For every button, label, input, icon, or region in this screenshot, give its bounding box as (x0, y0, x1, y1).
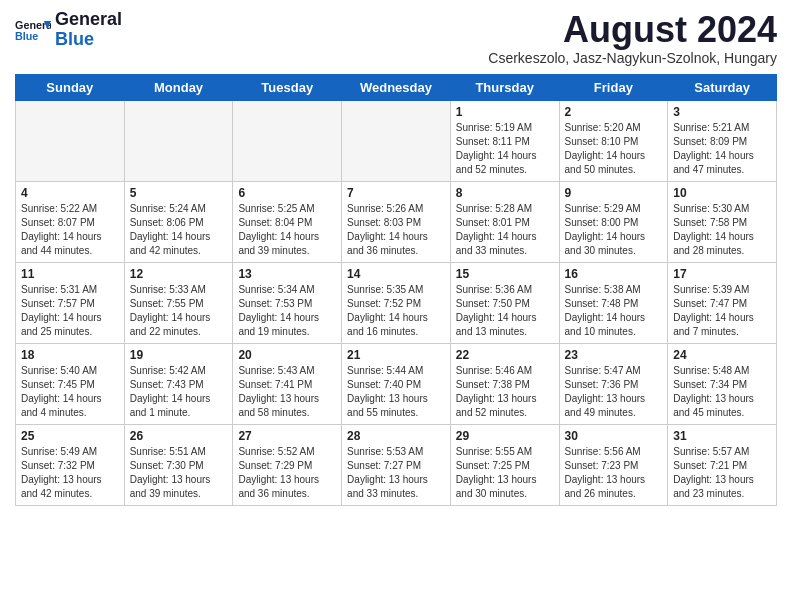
calendar-day: 26Sunrise: 5:51 AM Sunset: 7:30 PM Dayli… (124, 424, 233, 505)
calendar-day: 6Sunrise: 5:25 AM Sunset: 8:04 PM Daylig… (233, 181, 342, 262)
day-info: Sunrise: 5:55 AM Sunset: 7:25 PM Dayligh… (456, 445, 554, 501)
day-number: 31 (673, 429, 771, 443)
calendar-week-5: 25Sunrise: 5:49 AM Sunset: 7:32 PM Dayli… (16, 424, 777, 505)
calendar-day: 1Sunrise: 5:19 AM Sunset: 8:11 PM Daylig… (450, 100, 559, 181)
weekday-header-friday: Friday (559, 74, 668, 100)
day-number: 20 (238, 348, 336, 362)
weekday-header-sunday: Sunday (16, 74, 125, 100)
day-info: Sunrise: 5:52 AM Sunset: 7:29 PM Dayligh… (238, 445, 336, 501)
calendar-day: 27Sunrise: 5:52 AM Sunset: 7:29 PM Dayli… (233, 424, 342, 505)
calendar-day: 24Sunrise: 5:48 AM Sunset: 7:34 PM Dayli… (668, 343, 777, 424)
day-number: 28 (347, 429, 445, 443)
calendar-day (233, 100, 342, 181)
calendar-day: 29Sunrise: 5:55 AM Sunset: 7:25 PM Dayli… (450, 424, 559, 505)
day-number: 21 (347, 348, 445, 362)
day-info: Sunrise: 5:48 AM Sunset: 7:34 PM Dayligh… (673, 364, 771, 420)
svg-text:Blue: Blue (15, 30, 38, 42)
weekday-header-wednesday: Wednesday (342, 74, 451, 100)
weekday-header-tuesday: Tuesday (233, 74, 342, 100)
calendar-day: 4Sunrise: 5:22 AM Sunset: 8:07 PM Daylig… (16, 181, 125, 262)
calendar-week-2: 4Sunrise: 5:22 AM Sunset: 8:07 PM Daylig… (16, 181, 777, 262)
day-info: Sunrise: 5:40 AM Sunset: 7:45 PM Dayligh… (21, 364, 119, 420)
day-number: 10 (673, 186, 771, 200)
day-info: Sunrise: 5:33 AM Sunset: 7:55 PM Dayligh… (130, 283, 228, 339)
day-info: Sunrise: 5:22 AM Sunset: 8:07 PM Dayligh… (21, 202, 119, 258)
day-info: Sunrise: 5:53 AM Sunset: 7:27 PM Dayligh… (347, 445, 445, 501)
calendar-day (124, 100, 233, 181)
day-number: 25 (21, 429, 119, 443)
month-year-title: August 2024 (488, 10, 777, 50)
weekday-header-thursday: Thursday (450, 74, 559, 100)
page-header: General Blue General Blue August 2024 Cs… (15, 10, 777, 66)
day-info: Sunrise: 5:20 AM Sunset: 8:10 PM Dayligh… (565, 121, 663, 177)
day-number: 5 (130, 186, 228, 200)
day-info: Sunrise: 5:24 AM Sunset: 8:06 PM Dayligh… (130, 202, 228, 258)
calendar-week-3: 11Sunrise: 5:31 AM Sunset: 7:57 PM Dayli… (16, 262, 777, 343)
calendar-day: 5Sunrise: 5:24 AM Sunset: 8:06 PM Daylig… (124, 181, 233, 262)
day-number: 22 (456, 348, 554, 362)
day-info: Sunrise: 5:34 AM Sunset: 7:53 PM Dayligh… (238, 283, 336, 339)
day-number: 9 (565, 186, 663, 200)
logo-general-text: General (55, 10, 122, 30)
day-info: Sunrise: 5:38 AM Sunset: 7:48 PM Dayligh… (565, 283, 663, 339)
calendar-day: 20Sunrise: 5:43 AM Sunset: 7:41 PM Dayli… (233, 343, 342, 424)
calendar-day: 28Sunrise: 5:53 AM Sunset: 7:27 PM Dayli… (342, 424, 451, 505)
day-info: Sunrise: 5:21 AM Sunset: 8:09 PM Dayligh… (673, 121, 771, 177)
calendar-day: 23Sunrise: 5:47 AM Sunset: 7:36 PM Dayli… (559, 343, 668, 424)
day-info: Sunrise: 5:36 AM Sunset: 7:50 PM Dayligh… (456, 283, 554, 339)
day-info: Sunrise: 5:28 AM Sunset: 8:01 PM Dayligh… (456, 202, 554, 258)
calendar-day: 9Sunrise: 5:29 AM Sunset: 8:00 PM Daylig… (559, 181, 668, 262)
day-info: Sunrise: 5:44 AM Sunset: 7:40 PM Dayligh… (347, 364, 445, 420)
calendar-day: 15Sunrise: 5:36 AM Sunset: 7:50 PM Dayli… (450, 262, 559, 343)
day-info: Sunrise: 5:43 AM Sunset: 7:41 PM Dayligh… (238, 364, 336, 420)
calendar-day: 11Sunrise: 5:31 AM Sunset: 7:57 PM Dayli… (16, 262, 125, 343)
calendar-day: 18Sunrise: 5:40 AM Sunset: 7:45 PM Dayli… (16, 343, 125, 424)
title-area: August 2024 Cserkeszolo, Jasz-Nagykun-Sz… (488, 10, 777, 66)
calendar-day: 21Sunrise: 5:44 AM Sunset: 7:40 PM Dayli… (342, 343, 451, 424)
day-number: 15 (456, 267, 554, 281)
day-info: Sunrise: 5:57 AM Sunset: 7:21 PM Dayligh… (673, 445, 771, 501)
day-info: Sunrise: 5:25 AM Sunset: 8:04 PM Dayligh… (238, 202, 336, 258)
calendar-day: 25Sunrise: 5:49 AM Sunset: 7:32 PM Dayli… (16, 424, 125, 505)
day-info: Sunrise: 5:35 AM Sunset: 7:52 PM Dayligh… (347, 283, 445, 339)
day-number: 27 (238, 429, 336, 443)
calendar-day: 3Sunrise: 5:21 AM Sunset: 8:09 PM Daylig… (668, 100, 777, 181)
day-number: 23 (565, 348, 663, 362)
logo: General Blue General Blue (15, 10, 122, 50)
day-number: 2 (565, 105, 663, 119)
calendar-day: 30Sunrise: 5:56 AM Sunset: 7:23 PM Dayli… (559, 424, 668, 505)
weekday-header-monday: Monday (124, 74, 233, 100)
day-number: 8 (456, 186, 554, 200)
calendar-day: 19Sunrise: 5:42 AM Sunset: 7:43 PM Dayli… (124, 343, 233, 424)
logo-blue-text: Blue (55, 30, 122, 50)
day-info: Sunrise: 5:46 AM Sunset: 7:38 PM Dayligh… (456, 364, 554, 420)
location-subtitle: Cserkeszolo, Jasz-Nagykun-Szolnok, Hunga… (488, 50, 777, 66)
day-number: 29 (456, 429, 554, 443)
calendar-day (16, 100, 125, 181)
day-number: 1 (456, 105, 554, 119)
calendar-day: 8Sunrise: 5:28 AM Sunset: 8:01 PM Daylig… (450, 181, 559, 262)
day-number: 19 (130, 348, 228, 362)
day-info: Sunrise: 5:42 AM Sunset: 7:43 PM Dayligh… (130, 364, 228, 420)
calendar-day: 17Sunrise: 5:39 AM Sunset: 7:47 PM Dayli… (668, 262, 777, 343)
day-number: 16 (565, 267, 663, 281)
day-number: 6 (238, 186, 336, 200)
day-number: 11 (21, 267, 119, 281)
calendar-week-4: 18Sunrise: 5:40 AM Sunset: 7:45 PM Dayli… (16, 343, 777, 424)
calendar-day: 13Sunrise: 5:34 AM Sunset: 7:53 PM Dayli… (233, 262, 342, 343)
calendar-day: 31Sunrise: 5:57 AM Sunset: 7:21 PM Dayli… (668, 424, 777, 505)
calendar-day: 7Sunrise: 5:26 AM Sunset: 8:03 PM Daylig… (342, 181, 451, 262)
day-info: Sunrise: 5:56 AM Sunset: 7:23 PM Dayligh… (565, 445, 663, 501)
day-number: 17 (673, 267, 771, 281)
day-info: Sunrise: 5:30 AM Sunset: 7:58 PM Dayligh… (673, 202, 771, 258)
calendar-day: 2Sunrise: 5:20 AM Sunset: 8:10 PM Daylig… (559, 100, 668, 181)
weekday-header-saturday: Saturday (668, 74, 777, 100)
calendar-day: 22Sunrise: 5:46 AM Sunset: 7:38 PM Dayli… (450, 343, 559, 424)
day-number: 13 (238, 267, 336, 281)
day-info: Sunrise: 5:39 AM Sunset: 7:47 PM Dayligh… (673, 283, 771, 339)
day-number: 14 (347, 267, 445, 281)
day-number: 7 (347, 186, 445, 200)
day-info: Sunrise: 5:26 AM Sunset: 8:03 PM Dayligh… (347, 202, 445, 258)
day-number: 3 (673, 105, 771, 119)
calendar-day: 10Sunrise: 5:30 AM Sunset: 7:58 PM Dayli… (668, 181, 777, 262)
